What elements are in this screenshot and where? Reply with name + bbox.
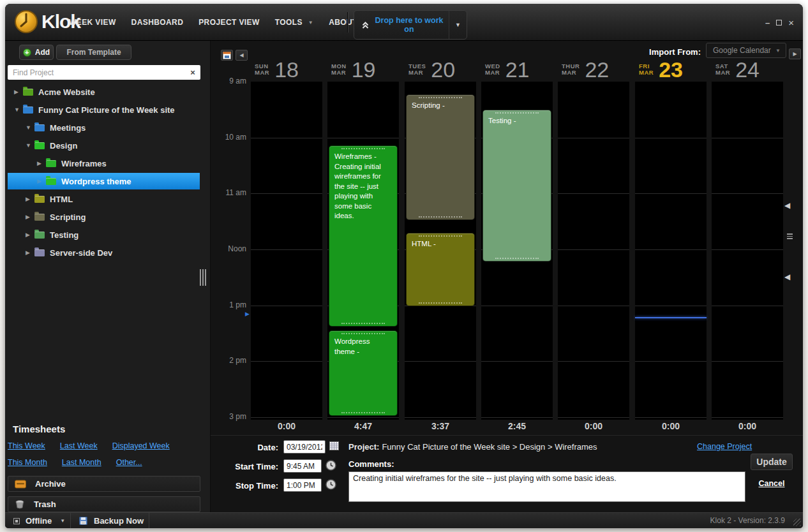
day-column-sat[interactable] — [712, 82, 783, 420]
hour-gridline — [481, 417, 553, 418]
backup-now-button[interactable]: Backup Now — [71, 513, 149, 528]
day-header-labels: THURMAR — [562, 63, 580, 76]
tree-item-html[interactable]: ▶HTML — [5, 190, 211, 208]
stop-time-clock-icon[interactable] — [325, 479, 336, 490]
menu-item-week-view[interactable]: WEEK VIEW — [69, 18, 116, 27]
scrollbar-thumb[interactable] — [787, 233, 793, 239]
offline-label: Offline — [26, 516, 52, 526]
cancel-link[interactable]: Cancel — [751, 479, 793, 488]
tree-item-design[interactable]: ▼Design — [5, 137, 211, 154]
version-text: Klok 2 - Version: 2.3.9 — [710, 516, 785, 525]
folder-icon — [23, 107, 33, 114]
sidebar-splitter-handle[interactable] — [200, 269, 206, 286]
date-field[interactable] — [283, 440, 325, 454]
import-go-button[interactable]: ▶ — [789, 48, 801, 59]
event-wordpress[interactable]: Wordpress theme - — [329, 330, 398, 416]
scroll-up-arrow-icon[interactable]: ◀ — [784, 201, 790, 210]
chevron-expanded-icon[interactable]: ▼ — [14, 107, 22, 113]
tree-item-testing[interactable]: ▶Testing — [5, 226, 211, 244]
calendar-icon — [223, 52, 231, 59]
hour-gridline — [712, 193, 783, 194]
resize-grip[interactable] — [793, 519, 801, 526]
day-column-sun[interactable] — [251, 82, 322, 420]
event-scripting[interactable]: Scripting - — [406, 94, 475, 220]
hour-gridline — [251, 306, 322, 306]
hour-gridline — [251, 138, 322, 138]
day-column-thur[interactable] — [558, 82, 629, 420]
day-column-mon[interactable]: Wireframes - Creating initial wireframes… — [327, 82, 399, 420]
day-number: 21 — [505, 57, 530, 82]
previous-week-button[interactable]: ◀ — [236, 50, 248, 61]
trash-section[interactable]: Trash — [8, 496, 200, 512]
folder-icon — [34, 196, 45, 203]
from-template-button[interactable]: From Template — [56, 45, 131, 60]
search-input[interactable] — [8, 68, 185, 77]
event-wireframes[interactable]: Wireframes - Creating initial wireframes… — [329, 145, 398, 327]
clear-search-icon[interactable]: × — [185, 68, 200, 77]
chevron-collapsed-icon[interactable]: ▶ — [37, 178, 45, 184]
timesheet-link-last-week[interactable]: Last Week — [60, 441, 98, 450]
timesheet-link-this-month[interactable]: This Month — [8, 458, 47, 467]
timesheet-link-other[interactable]: Other... — [116, 458, 142, 467]
day-column-fri[interactable] — [635, 82, 707, 420]
timesheet-link-displayed-week[interactable]: Displayed Week — [112, 441, 170, 450]
tree-item-wordpress-theme[interactable]: ▶Wordpress theme — [5, 172, 211, 190]
chevron-collapsed-icon[interactable]: ▶ — [26, 232, 33, 238]
chevron-collapsed-icon[interactable]: ▶ — [37, 160, 45, 166]
day-header-labels: SUNMAR — [255, 63, 269, 76]
timesheet-links-row-2: This MonthLast MonthOther... — [8, 458, 142, 467]
month-label: MAR — [562, 70, 580, 76]
day-total-sun: 0:00 — [251, 421, 322, 434]
dropzone-dropdown-button[interactable]: ▼ — [449, 11, 467, 39]
event-html[interactable]: HTML - — [406, 233, 475, 306]
project-tree: ▶Acme Website▼Funny Cat Picture of the W… — [5, 83, 211, 306]
menu-item-project-view[interactable]: PROJECT VIEW — [198, 18, 259, 27]
timesheet-links-row-1: This WeekLast WeekDisplayed Week — [8, 441, 170, 450]
hour-gridline — [481, 361, 553, 362]
day-column-wed[interactable]: Testing - — [481, 82, 553, 420]
tree-item-scripting[interactable]: ▶Scripting — [5, 208, 211, 226]
hour-label-3-pm: 3 pm — [216, 412, 246, 421]
chevron-expanded-icon[interactable]: ▼ — [26, 124, 33, 131]
change-project-link[interactable]: Change Project — [697, 442, 752, 451]
timesheet-link-this-week[interactable]: This Week — [8, 441, 45, 450]
date-picker-calendar-icon[interactable] — [329, 441, 339, 450]
minimize-button[interactable]: – — [765, 18, 770, 27]
chevron-collapsed-icon[interactable]: ▶ — [26, 196, 33, 202]
close-button[interactable]: × — [788, 18, 794, 27]
tree-item-funny-cat-picture-of-the-week-site[interactable]: ▼Funny Cat Picture of the Week site — [5, 101, 211, 119]
menu-item-dashboard[interactable]: DASHBOARD — [131, 18, 184, 27]
timesheet-link-last-month[interactable]: Last Month — [62, 458, 101, 467]
tree-item-acme-website[interactable]: ▶Acme Website — [5, 83, 211, 101]
add-project-button[interactable]: + Add — [19, 45, 54, 60]
update-button[interactable]: Update — [751, 454, 793, 470]
scroll-down-arrow-icon[interactable]: ◀ — [784, 272, 790, 281]
tree-item-label: Meetings — [50, 123, 86, 133]
day-number: 18 — [274, 57, 299, 82]
tree-item-wireframes[interactable]: ▶Wireframes — [5, 154, 211, 172]
trash-icon — [15, 499, 25, 509]
offline-dropdown[interactable]: Offline ▼ — [5, 513, 71, 528]
tree-item-server-side-dev[interactable]: ▶Server-side Dev — [5, 244, 211, 262]
day-column-tues[interactable]: Scripting -HTML - — [405, 82, 476, 420]
maximize-button[interactable] — [776, 20, 782, 26]
chevron-collapsed-icon[interactable]: ▶ — [14, 89, 22, 95]
stop-time-field[interactable] — [283, 478, 322, 492]
archive-section[interactable]: Archive — [8, 476, 200, 492]
event-testing[interactable]: Testing - — [483, 110, 551, 262]
mini-calendar-button[interactable] — [221, 50, 233, 61]
start-time-clock-icon[interactable] — [325, 460, 336, 471]
chevron-expanded-icon[interactable]: ▼ — [26, 142, 33, 149]
dropzone[interactable]: Drop here to work on ▼ — [354, 10, 467, 40]
start-time-field[interactable] — [283, 459, 322, 473]
tree-item-label: Scripting — [50, 212, 86, 222]
day-header-labels: FRIMAR — [639, 63, 654, 76]
chevron-collapsed-icon[interactable]: ▶ — [26, 249, 33, 256]
hour-gridline — [251, 417, 322, 418]
tree-item-label: Wordpress theme — [61, 177, 131, 186]
comments-textarea[interactable]: Creating initial wireframes for the site… — [348, 471, 745, 502]
tree-item-meetings[interactable]: ▼Meetings — [5, 119, 211, 137]
chevron-collapsed-icon[interactable]: ▶ — [26, 214, 33, 220]
menu-item-tools[interactable]: TOOLS▼ — [275, 18, 313, 27]
import-source-select[interactable]: Google Calendar ▼ — [706, 43, 786, 58]
